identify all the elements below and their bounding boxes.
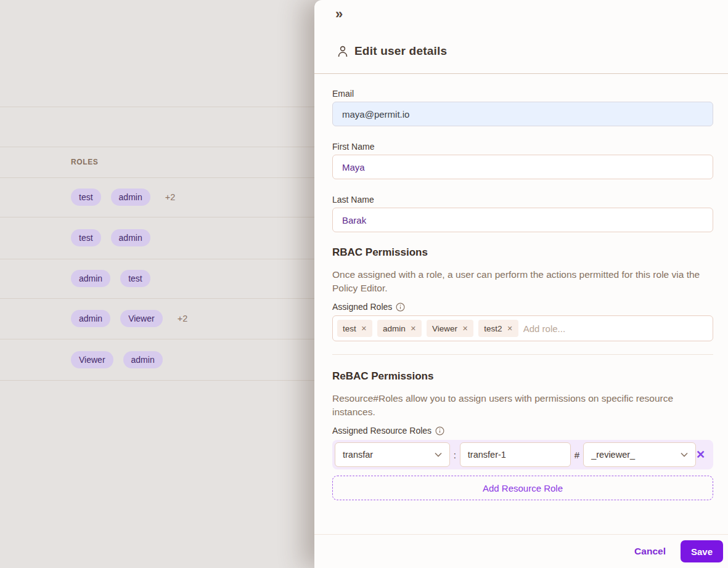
remove-role-icon[interactable]: ✕ [462,325,468,333]
role-chip-label: Viewer [432,324,457,333]
role-chip: test2✕ [478,320,518,337]
role-chip: test✕ [337,320,372,337]
role-chip-label: test [343,324,356,333]
drawer-footer: Cancel Save [314,534,728,568]
role-select-value: _reviewer_ [591,450,635,460]
role-chip: admin✕ [377,320,422,337]
rbac-heading: RBAC Permissions [332,246,428,259]
remove-role-icon[interactable]: ✕ [507,325,513,333]
first-name-field[interactable] [332,155,713,179]
resource-role-row: transfar : # _reviewer_ ✕ [332,440,713,469]
user-icon [338,46,348,57]
chevron-down-icon [435,452,442,457]
add-role-input[interactable] [523,323,708,334]
chevron-down-icon [681,452,688,457]
assigned-roles-box[interactable]: test✕admin✕Viewer✕test2✕ [332,315,713,341]
email-field[interactable] [332,102,713,126]
resource-select[interactable]: transfar [335,442,450,467]
add-resource-role-button[interactable]: Add Resource Role [332,476,713,500]
assigned-resource-roles-label: Assigned Resource Roles [332,426,431,436]
rbac-description: Once assigned with a role, a user can pe… [332,268,714,295]
collapse-drawer-icon[interactable]: » [335,7,343,21]
remove-role-icon[interactable]: ✕ [361,325,367,333]
role-chip: Viewer✕ [427,320,473,337]
drawer-title: Edit user details [354,44,447,58]
info-icon[interactable] [435,426,444,436]
assigned-roles-label-row: Assigned Roles [332,302,405,312]
rebac-heading: ReBAC Permissions [332,370,433,383]
remove-resource-role-icon[interactable]: ✕ [696,449,705,460]
resource-instance-input[interactable] [460,442,571,467]
role-chip-label: admin [383,324,406,333]
role-chips: test✕admin✕Viewer✕test2✕ [337,320,518,337]
last-name-field[interactable] [332,208,713,232]
last-name-label: Last Name [332,195,374,205]
first-name-label: First Name [332,142,374,152]
role-select[interactable]: _reviewer_ [583,442,696,467]
info-icon[interactable] [396,302,405,312]
email-label: Email [332,89,354,99]
drawer-header: Edit user details [338,44,447,58]
edit-user-drawer: » Edit user details Email First Name Las… [314,0,728,568]
role-chip-label: test2 [484,324,502,333]
remove-role-icon[interactable]: ✕ [411,325,416,333]
resource-select-value: transfar [343,450,373,460]
colon-separator: : [454,450,456,460]
assigned-roles-label: Assigned Roles [332,302,392,312]
save-button[interactable]: Save [681,540,723,562]
assigned-resource-roles-label-row: Assigned Resource Roles [332,426,444,436]
cancel-button[interactable]: Cancel [634,546,666,557]
divider [314,73,728,74]
divider [332,354,713,355]
hash-separator: # [575,450,579,460]
rebac-description: Resource#Roles allow you to assign users… [332,392,714,419]
